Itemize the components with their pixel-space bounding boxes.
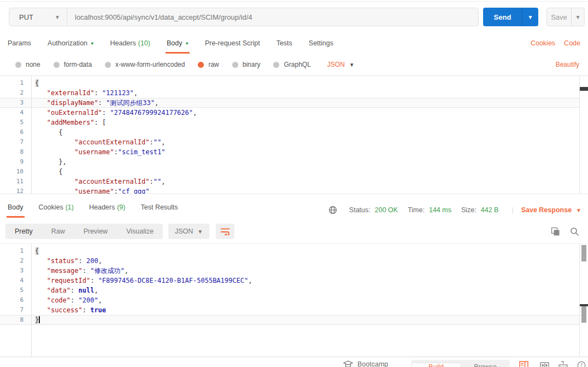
line-number: 9 bbox=[0, 157, 31, 167]
radio-selected-icon[interactable] bbox=[198, 62, 204, 68]
copy-icon[interactable] bbox=[551, 227, 560, 236]
send-options-chevron-icon[interactable]: ▼ bbox=[522, 8, 538, 26]
url-input[interactable] bbox=[67, 8, 478, 26]
send-button[interactable]: Send ▼ bbox=[483, 8, 538, 26]
request-code-area[interactable]: { "externalId": "121123", "displayName":… bbox=[0, 76, 579, 194]
view-pretty[interactable]: Pretty bbox=[5, 224, 42, 239]
radio-icon[interactable] bbox=[273, 62, 279, 68]
mode-raw[interactable]: raw bbox=[198, 61, 219, 68]
view-raw[interactable]: Raw bbox=[42, 224, 74, 239]
code-line: { bbox=[0, 246, 579, 256]
view-preview[interactable]: Preview bbox=[74, 224, 117, 239]
green-dot-icon: ● bbox=[185, 40, 188, 46]
tab-settings[interactable]: Settings bbox=[308, 36, 334, 52]
save-response-chevron-icon[interactable]: ▼ bbox=[576, 207, 581, 213]
wrap-lines-icon bbox=[220, 228, 230, 235]
response-scrollbar[interactable] bbox=[579, 244, 588, 357]
radio-icon[interactable] bbox=[105, 62, 111, 68]
two-pane-icon bbox=[519, 361, 528, 367]
shortcuts-button[interactable] bbox=[558, 361, 568, 367]
search-icon[interactable] bbox=[570, 227, 579, 236]
method-select[interactable]: PUT ▼ bbox=[9, 8, 67, 26]
chevron-down-icon: ▼ bbox=[55, 14, 60, 20]
line-number: 5 bbox=[0, 286, 31, 295]
response-toolbar: Pretty Raw Preview Visualize JSON ▼ bbox=[0, 223, 588, 240]
code-link[interactable]: Code bbox=[564, 39, 580, 47]
tab-headers[interactable]: Headers(10) bbox=[109, 36, 151, 52]
response-format-select[interactable]: JSON ▼ bbox=[168, 224, 209, 239]
network-globe-icon[interactable] bbox=[328, 206, 337, 214]
radio-icon[interactable] bbox=[15, 62, 21, 68]
request-scrollbar[interactable] bbox=[579, 76, 588, 194]
scrollbar-thumb[interactable] bbox=[581, 306, 586, 323]
top-divider bbox=[0, 1, 588, 2]
help-button[interactable]: ? bbox=[577, 361, 586, 367]
response-body-editor: { "status": 200, "message": "修改成功", "req… bbox=[0, 243, 588, 357]
wrap-lines-button[interactable] bbox=[216, 224, 234, 239]
code-line: { bbox=[0, 78, 579, 88]
time-value: 144 ms bbox=[429, 206, 451, 214]
line-number: 2 bbox=[0, 88, 31, 98]
tab-body[interactable]: Body● bbox=[166, 36, 190, 54]
tab-params[interactable]: Params bbox=[7, 36, 32, 52]
two-pane-view-button[interactable] bbox=[519, 361, 528, 367]
tab-test-results[interactable]: Test Results bbox=[139, 199, 179, 216]
code-line: "accountExternalId":"", bbox=[0, 177, 579, 187]
tab-tests[interactable]: Tests bbox=[275, 36, 293, 52]
line-number: 7 bbox=[0, 305, 31, 315]
code-line: "success": true bbox=[0, 305, 579, 315]
cookies-link[interactable]: Cookies bbox=[531, 39, 555, 47]
view-visualize[interactable]: Visualize bbox=[117, 224, 163, 239]
mode-none[interactable]: none bbox=[15, 61, 40, 68]
response-header: Body Cookies(1) Headers(9) Test Results … bbox=[0, 199, 588, 221]
save-options-chevron-icon[interactable]: ▼ bbox=[571, 8, 584, 26]
line-number: 4 bbox=[0, 276, 31, 286]
save-label[interactable]: Save bbox=[547, 8, 571, 26]
bootcamp-button[interactable]: Bootcamp bbox=[343, 360, 388, 367]
tab-pre-request-script[interactable]: Pre-request Script bbox=[204, 36, 261, 52]
chevron-down-icon: ▼ bbox=[197, 229, 203, 235]
response-view-switch: Pretty Raw Preview Visualize bbox=[5, 224, 163, 239]
browse-tab[interactable]: Browse bbox=[461, 363, 510, 367]
code-line: "message": "修改成功", bbox=[0, 266, 579, 276]
scrollbar-thumb[interactable] bbox=[581, 245, 586, 261]
line-number: 2 bbox=[0, 256, 31, 266]
tab-response-cookies[interactable]: Cookies(1) bbox=[38, 199, 75, 216]
build-tab[interactable]: Build bbox=[411, 363, 461, 367]
chevron-down-icon: ▼ bbox=[349, 62, 355, 68]
response-code-area[interactable]: { "status": 200, "message": "修改成功", "req… bbox=[0, 244, 579, 357]
tab-response-body[interactable]: Body bbox=[7, 199, 25, 218]
response-format-value: JSON bbox=[175, 228, 193, 235]
line-number: 7 bbox=[0, 137, 31, 147]
green-dot-icon: ● bbox=[91, 40, 93, 46]
tab-authorization[interactable]: Authorization● bbox=[46, 36, 95, 52]
meta-divider: | bbox=[511, 206, 513, 214]
line-number: 3 bbox=[0, 266, 31, 276]
console-icon bbox=[540, 361, 549, 367]
line-number: 4 bbox=[0, 108, 31, 118]
mode-binary[interactable]: binary bbox=[232, 61, 261, 68]
code-line: "accountExternalId":"", bbox=[0, 137, 579, 147]
request-body-editor: { "externalId": "121123", "displayName":… bbox=[0, 75, 588, 194]
content-type-select[interactable]: JSON ▼ bbox=[327, 61, 355, 68]
beautify-link[interactable]: Beautify bbox=[556, 61, 579, 68]
line-number: 10 bbox=[0, 167, 31, 177]
mode-form-data[interactable]: form-data bbox=[54, 61, 92, 68]
save-button[interactable]: Save ▼ bbox=[546, 8, 585, 26]
request-url-bar: PUT ▼ bbox=[9, 8, 479, 26]
code-line: }, bbox=[0, 157, 579, 167]
code-line: { bbox=[0, 127, 579, 137]
help-icon: ? bbox=[577, 361, 586, 367]
mode-graphql[interactable]: GraphQL bbox=[273, 61, 310, 68]
tab-response-headers[interactable]: Headers(9) bbox=[88, 199, 127, 216]
svg-text:?: ? bbox=[580, 363, 583, 367]
mode-x-www-form-urlencoded[interactable]: x-www-form-urlencoded bbox=[105, 61, 185, 68]
send-label[interactable]: Send bbox=[483, 8, 522, 26]
size-value: 442 B bbox=[481, 206, 499, 214]
console-button[interactable] bbox=[540, 361, 549, 367]
time-label: Time: bbox=[408, 206, 425, 214]
radio-icon[interactable] bbox=[54, 62, 60, 68]
save-response-button[interactable]: Save Response bbox=[521, 206, 572, 214]
radio-icon[interactable] bbox=[232, 62, 238, 68]
line-number: 11 bbox=[0, 177, 31, 187]
